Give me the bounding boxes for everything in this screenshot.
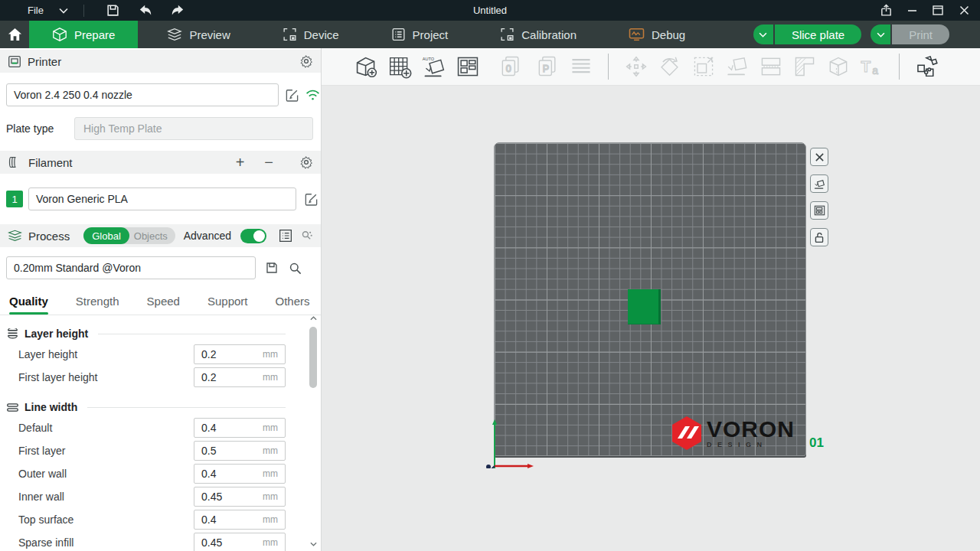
svg-text:AUTO: AUTO	[423, 57, 435, 61]
minimize-button[interactable]	[900, 2, 923, 19]
print-options-chevron-down-icon[interactable]	[871, 24, 890, 44]
arrange-icon[interactable]	[455, 54, 480, 80]
parameter-list-icon[interactable]	[279, 229, 292, 243]
split-icon	[758, 54, 783, 80]
printer-wifi-icon[interactable]	[305, 90, 320, 101]
settings-scrollbar[interactable]	[308, 311, 318, 551]
mesh-boolean-icon	[825, 54, 851, 80]
lay-on-face-icon	[724, 54, 750, 80]
tab-prepare[interactable]: Prepare	[29, 21, 138, 48]
tab-others[interactable]: Others	[276, 290, 310, 315]
save-icon[interactable]	[103, 3, 123, 18]
scope-global[interactable]: Global	[83, 227, 129, 244]
outer-wall-line-width-input[interactable]: 0.4mm	[194, 464, 286, 484]
search-settings-icon[interactable]	[300, 230, 313, 243]
undo-icon[interactable]	[136, 3, 155, 18]
build-plate[interactable]: VORON DESIGN	[494, 142, 806, 456]
printer-preset-select[interactable]: Voron 2.4 250 0.4 nozzle	[6, 83, 279, 106]
filament-index-badge[interactable]: 1	[6, 191, 23, 207]
arrange-plate-button[interactable]	[810, 201, 828, 220]
layer-height-icon	[6, 328, 19, 339]
device-icon	[283, 28, 297, 41]
tab-preview[interactable]: Preview	[144, 21, 253, 48]
setting-row: First layer height 0.2mm	[6, 366, 286, 389]
orient-plate-button[interactable]	[810, 174, 828, 193]
remove-filament-button[interactable]: −	[264, 155, 273, 170]
slice-split-button: Slice plate	[753, 24, 861, 44]
redo-plate-icon: P	[534, 54, 560, 80]
process-section-title: Process	[28, 230, 70, 243]
scrollbar-thumb[interactable]	[309, 327, 317, 388]
file-menu[interactable]: File	[28, 5, 44, 16]
edit-filament-icon[interactable]	[304, 192, 318, 207]
top-surface-line-width-input[interactable]: 0.4mm	[194, 510, 286, 530]
tab-calibration[interactable]: Calibration	[477, 21, 599, 48]
tab-debug[interactable]: Debug	[606, 21, 708, 48]
delete-plate-button[interactable]	[810, 148, 828, 166]
lock-plate-button[interactable]	[810, 228, 828, 246]
line-width-group-header: Line width	[6, 398, 286, 416]
process-preset-select[interactable]: 0.20mm Standard @Voron	[6, 256, 256, 279]
settings-panel: Layer height Layer height 0.2mm First la…	[0, 315, 321, 551]
maximize-button[interactable]	[926, 2, 949, 19]
scroll-down-icon[interactable]	[308, 539, 318, 549]
layers-stack-icon	[568, 54, 593, 80]
tab-support[interactable]: Support	[207, 290, 248, 315]
tab-speed[interactable]: Speed	[147, 290, 180, 315]
add-object-icon[interactable]	[354, 54, 379, 80]
file-menu-chevron-down-icon[interactable]	[59, 8, 68, 14]
default-line-width-input[interactable]: 0.4mm	[194, 418, 286, 438]
print-button[interactable]: Print	[892, 24, 949, 44]
sidebar: Printer Voron 2.4 250 0.4 nozzle Plate t…	[0, 48, 322, 551]
tab-device[interactable]: Device	[260, 21, 362, 48]
inner-wall-line-width-input[interactable]: 0.45mm	[194, 487, 286, 507]
print-split-button: Print	[871, 24, 949, 44]
printer-section-header: Printer	[0, 50, 321, 73]
viewport-toolbar: AUTO 0 P	[322, 48, 980, 86]
add-filament-button[interactable]: +	[236, 155, 245, 170]
filament-section-title: Filament	[28, 156, 73, 169]
viewport-3d[interactable]: AUTO 0 P	[322, 48, 980, 551]
tab-project[interactable]: Project	[368, 21, 472, 48]
close-button[interactable]	[952, 2, 975, 19]
setting-row: Top surface 0.4mm	[6, 508, 286, 531]
tab-strength[interactable]: Strength	[76, 290, 119, 315]
process-scope-toggle[interactable]: Global Objects	[83, 227, 175, 244]
process-layers-icon	[8, 230, 22, 242]
project-icon	[391, 28, 406, 41]
advanced-toggle[interactable]	[240, 229, 266, 243]
filament-settings-gear-icon[interactable]	[299, 155, 313, 169]
first-layer-line-width-input[interactable]: 0.5mm	[194, 441, 286, 461]
main-tabbar: Prepare Preview Device Project Calibrati…	[0, 21, 980, 48]
tab-quality[interactable]: Quality	[9, 290, 48, 315]
model-cube[interactable]	[628, 289, 661, 324]
plate-type-select[interactable]: High Temp Plate	[74, 117, 313, 140]
edit-printer-icon[interactable]	[285, 88, 299, 103]
toolbar-separator	[608, 54, 609, 80]
setting-row: Outer wall 0.4mm	[6, 462, 286, 485]
redo-icon[interactable]	[168, 3, 188, 18]
slice-plate-button[interactable]: Slice plate	[775, 24, 861, 44]
voron-wordmark: VORON	[707, 419, 795, 439]
filament-section-header: Filament + −	[0, 151, 321, 174]
export-icon[interactable]	[874, 2, 897, 19]
printer-settings-gear-icon[interactable]	[299, 54, 313, 68]
first-layer-height-input[interactable]: 0.2mm	[194, 367, 286, 387]
filament-preset-select[interactable]: Voron Generic PLA	[28, 187, 296, 210]
sparse-infill-line-width-input[interactable]: 0.45mm	[194, 533, 286, 551]
add-plate-icon[interactable]	[387, 54, 413, 80]
auto-orient-icon[interactable]: AUTO	[421, 54, 446, 80]
assembly-icon[interactable]	[914, 54, 939, 80]
scroll-up-icon[interactable]	[308, 313, 318, 324]
home-button[interactable]	[0, 21, 29, 48]
hamburger-menu-icon[interactable]	[6, 5, 21, 17]
scope-objects[interactable]: Objects	[129, 230, 175, 242]
search-preset-icon[interactable]	[288, 261, 302, 276]
setting-row: Sparse infill 0.45mm	[6, 531, 286, 551]
toolbar-separator	[899, 54, 900, 80]
text-tool-icon: Ta	[859, 54, 884, 80]
save-preset-icon[interactable]	[265, 261, 279, 275]
svg-text:T: T	[861, 57, 871, 75]
layer-height-input[interactable]: 0.2mm	[194, 344, 286, 364]
slice-options-chevron-down-icon[interactable]	[753, 24, 773, 44]
